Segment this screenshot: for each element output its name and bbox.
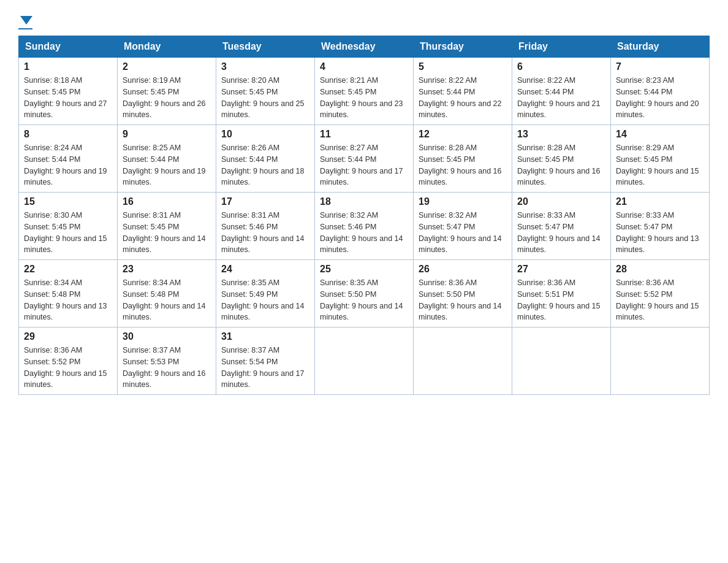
day-number: 15 <box>24 196 112 207</box>
day-number: 18 <box>320 196 408 207</box>
weekday-header-sunday: Sunday <box>19 36 118 58</box>
day-info: Sunrise: 8:31 AMSunset: 5:45 PMDaylight:… <box>123 211 206 254</box>
calendar-day-cell: 12 Sunrise: 8:28 AMSunset: 5:45 PMDaylig… <box>414 125 512 193</box>
day-info: Sunrise: 8:36 AMSunset: 5:51 PMDaylight:… <box>517 278 601 321</box>
day-info: Sunrise: 8:37 AMSunset: 5:54 PMDaylight:… <box>221 346 305 389</box>
day-info: Sunrise: 8:25 AMSunset: 5:44 PMDaylight:… <box>123 144 206 186</box>
calendar-day-cell: 29 Sunrise: 8:36 AMSunset: 5:52 PMDaylig… <box>19 327 118 395</box>
calendar-day-cell: 2 Sunrise: 8:19 AMSunset: 5:45 PMDayligh… <box>118 58 216 125</box>
day-info: Sunrise: 8:28 AMSunset: 5:45 PMDaylight:… <box>517 144 601 186</box>
calendar-day-cell <box>315 327 414 395</box>
calendar-day-cell: 11 Sunrise: 8:27 AMSunset: 5:44 PMDaylig… <box>315 125 414 193</box>
day-number: 22 <box>24 264 112 275</box>
calendar-day-cell: 27 Sunrise: 8:36 AMSunset: 5:51 PMDaylig… <box>512 260 611 327</box>
calendar-week-row: 1 Sunrise: 8:18 AMSunset: 5:45 PMDayligh… <box>19 58 710 125</box>
day-info: Sunrise: 8:23 AMSunset: 5:44 PMDaylight:… <box>616 76 699 119</box>
calendar-day-cell: 3 Sunrise: 8:20 AMSunset: 5:45 PMDayligh… <box>216 58 315 125</box>
day-number: 25 <box>320 264 408 275</box>
day-number: 24 <box>221 264 309 275</box>
calendar-day-cell: 19 Sunrise: 8:32 AMSunset: 5:47 PMDaylig… <box>414 193 512 260</box>
day-number: 9 <box>123 129 211 140</box>
calendar-day-cell: 28 Sunrise: 8:36 AMSunset: 5:52 PMDaylig… <box>611 260 710 327</box>
calendar-day-cell <box>611 327 710 395</box>
calendar-week-row: 8 Sunrise: 8:24 AMSunset: 5:44 PMDayligh… <box>19 125 710 193</box>
day-info: Sunrise: 8:35 AMSunset: 5:49 PMDaylight:… <box>221 278 305 321</box>
day-number: 8 <box>24 129 112 140</box>
calendar-day-cell: 23 Sunrise: 8:34 AMSunset: 5:48 PMDaylig… <box>118 260 216 327</box>
day-info: Sunrise: 8:24 AMSunset: 5:44 PMDaylight:… <box>24 144 107 186</box>
calendar-day-cell: 1 Sunrise: 8:18 AMSunset: 5:45 PMDayligh… <box>19 58 118 125</box>
day-number: 2 <box>123 61 211 72</box>
day-number: 1 <box>24 61 112 72</box>
calendar-day-cell: 22 Sunrise: 8:34 AMSunset: 5:48 PMDaylig… <box>19 260 118 327</box>
day-info: Sunrise: 8:31 AMSunset: 5:46 PMDaylight:… <box>221 211 305 254</box>
day-number: 12 <box>419 129 507 140</box>
weekday-header-wednesday: Wednesday <box>315 36 414 58</box>
day-number: 26 <box>419 264 507 275</box>
calendar-week-row: 22 Sunrise: 8:34 AMSunset: 5:48 PMDaylig… <box>19 260 710 327</box>
calendar-week-row: 15 Sunrise: 8:30 AMSunset: 5:45 PMDaylig… <box>19 193 710 260</box>
day-info: Sunrise: 8:34 AMSunset: 5:48 PMDaylight:… <box>123 278 206 321</box>
calendar-day-cell: 24 Sunrise: 8:35 AMSunset: 5:49 PMDaylig… <box>216 260 315 327</box>
day-info: Sunrise: 8:22 AMSunset: 5:44 PMDaylight:… <box>517 76 601 119</box>
calendar-day-cell: 13 Sunrise: 8:28 AMSunset: 5:45 PMDaylig… <box>512 125 611 193</box>
day-number: 3 <box>221 61 309 72</box>
day-info: Sunrise: 8:36 AMSunset: 5:50 PMDaylight:… <box>419 278 502 321</box>
day-info: Sunrise: 8:37 AMSunset: 5:53 PMDaylight:… <box>123 346 206 389</box>
logo-triangle-icon <box>20 16 32 25</box>
day-number: 6 <box>517 61 605 72</box>
calendar-day-cell: 26 Sunrise: 8:36 AMSunset: 5:50 PMDaylig… <box>414 260 512 327</box>
calendar-day-cell: 15 Sunrise: 8:30 AMSunset: 5:45 PMDaylig… <box>19 193 118 260</box>
day-number: 5 <box>419 61 507 72</box>
day-number: 19 <box>419 196 507 207</box>
day-info: Sunrise: 8:30 AMSunset: 5:45 PMDaylight:… <box>24 211 107 254</box>
day-info: Sunrise: 8:28 AMSunset: 5:45 PMDaylight:… <box>419 144 502 186</box>
calendar-day-cell: 5 Sunrise: 8:22 AMSunset: 5:44 PMDayligh… <box>414 58 512 125</box>
day-info: Sunrise: 8:29 AMSunset: 5:45 PMDaylight:… <box>616 144 699 186</box>
day-number: 29 <box>24 331 112 342</box>
day-info: Sunrise: 8:19 AMSunset: 5:45 PMDaylight:… <box>123 76 206 119</box>
logo <box>18 18 32 29</box>
day-number: 16 <box>123 196 211 207</box>
day-info: Sunrise: 8:21 AMSunset: 5:45 PMDaylight:… <box>320 76 403 119</box>
day-number: 23 <box>123 264 211 275</box>
day-number: 14 <box>616 129 704 140</box>
day-info: Sunrise: 8:20 AMSunset: 5:45 PMDaylight:… <box>221 76 305 119</box>
day-number: 7 <box>616 61 704 72</box>
calendar-day-cell: 18 Sunrise: 8:32 AMSunset: 5:46 PMDaylig… <box>315 193 414 260</box>
day-info: Sunrise: 8:18 AMSunset: 5:45 PMDaylight:… <box>24 76 107 119</box>
day-number: 10 <box>221 129 309 140</box>
logo-underline <box>18 28 32 29</box>
day-number: 13 <box>517 129 605 140</box>
day-number: 17 <box>221 196 309 207</box>
calendar-day-cell <box>512 327 611 395</box>
calendar-day-cell: 30 Sunrise: 8:37 AMSunset: 5:53 PMDaylig… <box>118 327 216 395</box>
day-info: Sunrise: 8:22 AMSunset: 5:44 PMDaylight:… <box>419 76 502 119</box>
day-number: 27 <box>517 264 605 275</box>
day-number: 20 <box>517 196 605 207</box>
day-info: Sunrise: 8:34 AMSunset: 5:48 PMDaylight:… <box>24 278 107 321</box>
day-number: 28 <box>616 264 704 275</box>
day-number: 31 <box>221 331 309 342</box>
calendar-day-cell: 14 Sunrise: 8:29 AMSunset: 5:45 PMDaylig… <box>611 125 710 193</box>
day-number: 11 <box>320 129 408 140</box>
calendar-day-cell <box>414 327 512 395</box>
calendar-day-cell: 25 Sunrise: 8:35 AMSunset: 5:50 PMDaylig… <box>315 260 414 327</box>
calendar-day-cell: 9 Sunrise: 8:25 AMSunset: 5:44 PMDayligh… <box>118 125 216 193</box>
calendar-week-row: 29 Sunrise: 8:36 AMSunset: 5:52 PMDaylig… <box>19 327 710 395</box>
day-number: 30 <box>123 331 211 342</box>
calendar-day-cell: 20 Sunrise: 8:33 AMSunset: 5:47 PMDaylig… <box>512 193 611 260</box>
calendar-day-cell: 17 Sunrise: 8:31 AMSunset: 5:46 PMDaylig… <box>216 193 315 260</box>
day-number: 21 <box>616 196 704 207</box>
day-info: Sunrise: 8:33 AMSunset: 5:47 PMDaylight:… <box>517 211 601 254</box>
calendar-day-cell: 4 Sunrise: 8:21 AMSunset: 5:45 PMDayligh… <box>315 58 414 125</box>
weekday-header-saturday: Saturday <box>611 36 710 58</box>
day-number: 4 <box>320 61 408 72</box>
day-info: Sunrise: 8:26 AMSunset: 5:44 PMDaylight:… <box>221 144 305 186</box>
calendar-table: SundayMondayTuesdayWednesdayThursdayFrid… <box>18 36 710 395</box>
day-info: Sunrise: 8:32 AMSunset: 5:47 PMDaylight:… <box>419 211 502 254</box>
weekday-header-friday: Friday <box>512 36 611 58</box>
weekday-header-row: SundayMondayTuesdayWednesdayThursdayFrid… <box>19 36 710 58</box>
day-info: Sunrise: 8:32 AMSunset: 5:46 PMDaylight:… <box>320 211 403 254</box>
day-info: Sunrise: 8:33 AMSunset: 5:47 PMDaylight:… <box>616 211 699 254</box>
